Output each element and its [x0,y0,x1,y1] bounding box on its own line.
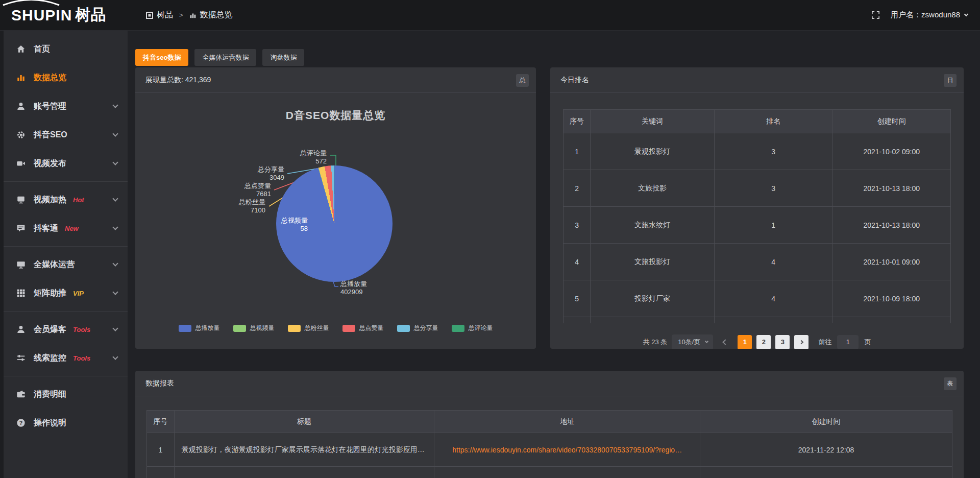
chevron-down-icon [112,260,118,266]
sidebar-item-video-publish[interactable]: 视频发布 [4,149,128,178]
chevron-down-icon [112,224,118,230]
new-badge: New [65,225,79,232]
cell-index: 5 [564,280,591,317]
table-row: 4 文旅投影灯 4 2021-10-01 09:00 [564,244,951,280]
pie-label-plays: 总播放量402909 [340,280,397,297]
home-icon [16,44,26,54]
data-report-panel: 数据报表 表 序号 标题 地址 创建时间 1 [135,371,964,478]
pie-label-shares: 总分享量3049 [233,165,284,182]
monitor-icon [16,259,26,270]
sidebar-item-omnimedia[interactable]: 全媒体运营 [4,250,128,279]
sidebar-item-spend-detail[interactable]: 消费明细 [4,380,128,409]
legend-item[interactable]: 总评论量 [452,324,493,332]
sidebar-item-label: 线索监控 [34,353,66,364]
tab-inquiry-data[interactable]: 询盘数据 [262,49,304,66]
cell-rank: 4 [715,244,832,280]
cell-index: 2 [564,170,591,207]
breadcrumb-separator: > [179,11,183,19]
sidebar-item-video-heat[interactable]: 视频加热 Hot [4,185,128,214]
cell-keyword: 文旅投影 [591,170,715,207]
user-menu[interactable]: 用户名：zswodun88 [891,10,968,20]
bar-chart-icon [16,73,26,83]
breadcrumb-current-label: 数据总览 [200,10,233,20]
page-button-3[interactable]: 3 [775,335,790,349]
legend-item[interactable]: 总点赞量 [342,324,384,332]
sidebar-item-douyin-seo[interactable]: 抖音SEO [4,121,128,149]
cell-created: 2021-11-22 12:08 [700,433,952,467]
legend-item[interactable]: 总播放量 [179,324,220,332]
legend-swatch [342,325,355,332]
prev-page-button[interactable] [718,335,733,349]
pie-label-videos: 总视频量58 [257,217,308,233]
breadcrumb-root[interactable]: 树品 [146,10,173,20]
cell-keyword: 文旅水纹灯 [591,207,715,244]
legend-item[interactable]: 总视频量 [233,324,275,332]
cell-index: 1 [147,433,175,467]
grid-icon [16,288,26,298]
legend-item[interactable]: 总分享量 [397,324,438,332]
report-table: 序号 标题 地址 创建时间 1 景观投影灯，夜游景观投影灯厂家展示展示落花灯在花… [146,410,952,478]
page-size-select[interactable]: 10条/页 [672,334,713,349]
sidebar-item-data-overview[interactable]: 数据总览 [4,63,128,92]
sidebar-item-clue-monitor[interactable]: 线索监控 Tools [4,344,128,372]
report-panel-title: 数据报表 [145,379,174,388]
cell-created: 2021-10-01 09:00 [832,244,951,280]
cell-keyword: 投影灯厂家 [591,280,715,317]
goto-label: 前往 [818,338,831,347]
legend-label: 总分享量 [414,324,438,332]
sidebar-item-member-leads[interactable]: 会员爆客 Tools [4,315,128,344]
sidebar-item-home[interactable]: 首页 [4,35,128,63]
legend-swatch [452,325,464,332]
app-square-icon [146,12,153,19]
day-view-badge[interactable]: 日 [944,74,957,87]
column-header: 排名 [715,110,832,133]
goto-page-input[interactable] [837,335,859,349]
sidebar-divider [4,376,128,376]
tab-omnimedia-data[interactable]: 全媒体运营数据 [194,49,256,66]
fullscreen-icon[interactable] [871,10,880,20]
legend-label: 总播放量 [195,324,220,332]
tab-douyin-seo-data[interactable]: 抖音seo数据 [135,49,188,66]
cell-index: 4 [564,244,591,280]
chart-legend: 总播放量 总视频量 总粉丝量 [135,324,536,332]
cell-rank: 4 [715,280,832,317]
goto-suffix: 页 [864,338,871,347]
cell-rank: 3 [715,170,832,207]
table-row: 2 文旅投影 3 2021-10-13 18:00 [564,170,951,207]
chevron-down-icon [112,325,118,331]
next-page-button[interactable] [794,335,808,349]
page-button-2[interactable]: 2 [756,335,771,349]
panel-header: 数据报表 [135,371,964,396]
sidebar-item-help[interactable]: ? 操作说明 [4,409,128,437]
sidebar-item-label: 消费明细 [34,389,66,400]
gear-icon [16,130,26,140]
impressions-total-label: 展现量总数: 421,369 [145,76,211,85]
breadcrumb: 树品 > 数据总览 [146,10,233,20]
cell-rank: 3 [715,133,832,170]
column-header: 关键词 [591,110,715,133]
sidebar-item-account[interactable]: 账号管理 [4,92,128,121]
column-header: 序号 [564,110,591,133]
sidebar-item-label: 会员爆客 [34,324,66,335]
chevron-down-icon [705,339,708,343]
username-label: 用户名：zswodun88 [891,10,960,20]
column-header: 序号 [147,411,175,433]
tools-badge: Tools [73,326,90,333]
chat-bubble-icon [16,223,26,233]
legend-item[interactable]: 总粉丝量 [288,324,329,332]
data-source-tabs: 抖音seo数据 全媒体运营数据 询盘数据 [135,49,964,66]
sidebar-item-doketong[interactable]: 抖客通 New [4,214,128,243]
video-link[interactable]: https://www.iesdouyin.com/share/video/70… [452,446,682,454]
chevron-down-icon [964,12,968,16]
app-logo: SHUPIN 树品 [0,5,128,26]
total-view-badge[interactable]: 总 [516,74,529,87]
top-header: SHUPIN 树品 树品 > 数据总览 用户名：zswodun88 [0,0,980,31]
sidebar-item-matrix-boost[interactable]: 矩阵助推 VIP [4,279,128,307]
chart-title: D音SEO数据量总览 [135,108,536,123]
hot-badge: Hot [73,196,84,204]
ranking-table: 序号 关键词 排名 创建时间 1 景观投影灯 3 [563,109,951,323]
page-button-1[interactable]: 1 [738,335,752,349]
table-row: 5 投影灯厂家 4 2021-10-09 18:00 [564,280,951,317]
pagination: 共 23 条 10条/页 1 2 3 前往 页 [550,334,964,349]
table-view-badge[interactable]: 表 [944,377,957,390]
